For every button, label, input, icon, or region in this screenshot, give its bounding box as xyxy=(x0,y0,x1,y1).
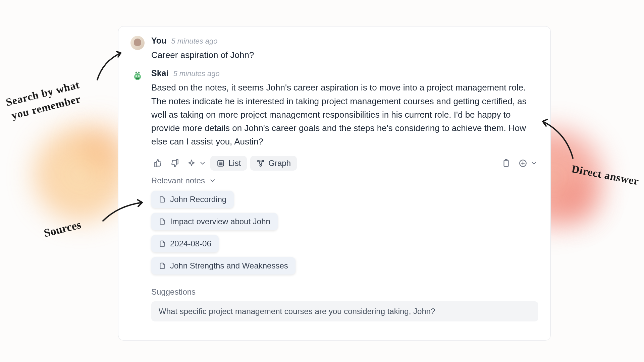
suggestions-header: Suggestions xyxy=(151,287,538,297)
list-view-button[interactable]: List xyxy=(210,156,247,171)
thumbs-up-icon xyxy=(154,159,162,168)
bot-sender-name: Skai xyxy=(151,68,168,78)
notes-list: John Recording Impact overview about Joh… xyxy=(151,191,538,279)
graph-icon xyxy=(256,159,265,168)
list-view-label: List xyxy=(228,159,241,168)
suggestion-text: What specific project management courses… xyxy=(159,307,435,316)
bot-timestamp: 5 minutes ago xyxy=(173,69,219,78)
thumbs-down-button[interactable] xyxy=(168,157,181,170)
chevron-down-icon xyxy=(209,177,216,184)
svg-point-0 xyxy=(134,73,141,80)
sparkle-icon xyxy=(187,159,196,168)
action-row: List Graph xyxy=(151,156,538,171)
graph-view-button[interactable]: Graph xyxy=(250,156,297,171)
chevron-down-icon xyxy=(199,160,206,167)
note-title: John Strengths and Weaknesses xyxy=(170,261,288,270)
file-icon xyxy=(159,218,166,225)
file-icon xyxy=(159,262,166,269)
decorative-blob xyxy=(543,174,610,228)
relevant-notes-label: Relevant notes xyxy=(151,176,205,185)
bot-message: Skai 5 minutes ago Based on the notes, i… xyxy=(130,68,538,321)
note-title: 2024-08-06 xyxy=(170,239,211,248)
svg-rect-9 xyxy=(504,160,508,166)
arrow-icon xyxy=(91,46,128,83)
relevant-notes-header[interactable]: Relevant notes xyxy=(151,176,538,185)
svg-point-4 xyxy=(139,76,139,76)
sparkle-button[interactable] xyxy=(185,157,198,170)
add-button[interactable] xyxy=(516,157,530,170)
chat-card: You 5 minutes ago Career aspiration of J… xyxy=(118,26,551,341)
user-sender-name: You xyxy=(151,36,166,46)
list-icon xyxy=(216,159,225,168)
thumbs-up-button[interactable] xyxy=(151,157,165,170)
user-message: You 5 minutes ago Career aspiration of J… xyxy=(130,36,538,62)
note-chip[interactable]: John Recording xyxy=(151,191,234,208)
annotation-sources: Sources xyxy=(43,218,83,240)
plus-circle-icon xyxy=(519,159,527,168)
bot-avatar xyxy=(130,68,145,82)
file-icon xyxy=(159,196,166,203)
note-title: John Recording xyxy=(170,195,226,204)
clipboard-button[interactable] xyxy=(499,157,513,170)
note-chip[interactable]: John Strengths and Weaknesses xyxy=(151,257,296,275)
user-avatar xyxy=(130,36,145,50)
user-timestamp: 5 minutes ago xyxy=(171,37,217,46)
graph-view-label: Graph xyxy=(268,159,291,168)
suggestion-item[interactable]: What specific project management courses… xyxy=(151,301,538,321)
note-chip[interactable]: Impact overview about John xyxy=(151,213,278,230)
thumbs-down-icon xyxy=(170,159,179,168)
clipboard-icon xyxy=(502,159,511,168)
file-icon xyxy=(159,240,166,247)
arrow-icon xyxy=(98,192,148,226)
sparkle-dropdown-button[interactable] xyxy=(198,157,207,170)
note-chip[interactable]: 2024-08-06 xyxy=(151,235,219,252)
annotation-search-by: Search by what you remember xyxy=(4,78,84,123)
arrow-icon xyxy=(536,115,580,162)
svg-point-2 xyxy=(136,76,137,76)
user-message-text: Career aspiration of John? xyxy=(151,48,538,62)
bot-message-text: Based on the notes, it seems John's care… xyxy=(151,81,538,148)
note-title: Impact overview about John xyxy=(170,217,270,226)
